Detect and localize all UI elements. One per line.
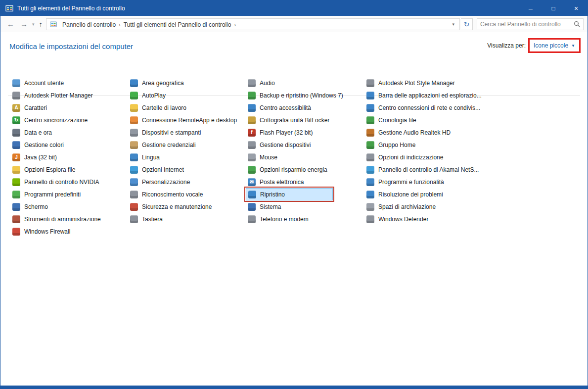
control-panel-item-centro-sincronizzazione[interactable]: ↻Centro sincronizzazione — [10, 114, 103, 126]
control-panel-item-programmi-e-funzionalit[interactable]: Programmi e funzionalità — [364, 176, 484, 188]
view-by-dropdown[interactable]: Icone piccole ▼ — [528, 38, 581, 53]
item-label: Centro sincronizzazione — [24, 117, 88, 124]
breadcrumb-location-icon[interactable] — [49, 20, 57, 28]
control-panel-item-sicurezza-e-manutenzione[interactable]: Sicurezza e manutenzione — [128, 200, 239, 213]
control-panel-item-programmi-predefiniti[interactable]: Programmi predefiniti — [10, 188, 103, 200]
control-panel-item-backup-e-ripristino-windows-7[interactable]: Backup e ripristino (Windows 7) — [246, 89, 345, 101]
control-panel-item-gruppo-home[interactable]: Gruppo Home — [364, 139, 484, 151]
control-panel-item-autoplay[interactable]: AutoPlay — [128, 89, 239, 101]
view-by-group: Visualizza per: Icone piccole ▼ — [487, 38, 581, 53]
control-panel-item-cartelle-di-lavoro[interactable]: Cartelle di lavoro — [128, 101, 239, 114]
search-icon[interactable] — [571, 21, 583, 27]
items-column: Account utenteAutodesk Plotter ManagerAC… — [10, 77, 103, 238]
item-label: Data e ora — [24, 129, 52, 136]
control-panel-item-posta-elettronica[interactable]: ✉Posta elettronica — [246, 176, 345, 188]
control-panel-item-mouse[interactable]: Mouse — [246, 151, 345, 163]
item-label: Programmi predefiniti — [24, 191, 81, 198]
control-panel-item-gestione-colori[interactable]: Gestione colori — [10, 139, 103, 151]
connessione-remoteapp-e-desktop-icon — [130, 116, 138, 124]
forward-button[interactable]: → — [18, 18, 30, 30]
address-bar[interactable]: Pannello di controllo›Tutti gli elementi… — [46, 18, 460, 30]
breadcrumb-separator-icon[interactable]: › — [118, 22, 122, 28]
spazi-di-archiviazione-icon — [366, 203, 374, 211]
control-panel-item-ripristino[interactable]: Ripristino — [246, 188, 333, 200]
control-panel-item-java-32-bit[interactable]: JJava (32 bit) — [10, 151, 103, 163]
control-panel-item-gestione-credenziali[interactable]: Gestione credenziali — [128, 139, 239, 151]
control-panel-item-riconoscimento-vocale[interactable]: Riconoscimento vocale — [128, 188, 239, 200]
control-panel-item-data-e-ora[interactable]: Data e ora — [10, 126, 103, 139]
refresh-button[interactable]: ↻ — [461, 18, 473, 30]
page-title: Modifica le impostazioni del computer — [9, 42, 133, 50]
sistema-icon — [248, 203, 256, 211]
control-panel-item-personalizzazione[interactable]: Personalizzazione — [128, 176, 239, 188]
control-panel-app-icon — [5, 4, 13, 12]
control-panel-item-audio[interactable]: Audio — [246, 77, 345, 89]
gestione-dispositivi-icon — [248, 141, 256, 149]
control-panel-item-caratteri[interactable]: ACaratteri — [10, 101, 103, 114]
items-column: AudioBackup e ripristino (Windows 7)Cent… — [246, 77, 345, 225]
view-by-value[interactable]: Icone piccole — [534, 42, 568, 49]
control-panel-item-barra-delle-applicazioni-ed-esplorazio[interactable]: Barra delle applicazioni ed esplorazio..… — [364, 89, 484, 101]
titlebar: Tutti gli elementi del Pannello di contr… — [0, 0, 588, 16]
maximize-button[interactable]: □ — [542, 0, 565, 16]
control-panel-item-pannello-di-controllo-nvidia[interactable]: Pannello di controllo NVIDIA — [10, 176, 103, 188]
close-button[interactable]: × — [565, 0, 588, 16]
flash-player-32-bit-icon: f — [248, 129, 256, 137]
breadcrumb-item[interactable]: Tutti gli elementi del Pannello di contr… — [122, 21, 233, 28]
control-panel-item-tastiera[interactable]: Tastiera — [128, 213, 239, 225]
minimize-button[interactable]: – — [519, 0, 542, 16]
control-panel-item-strumenti-di-amministrazione[interactable]: Strumenti di amministrazione — [10, 213, 103, 225]
control-panel-item-windows-defender[interactable]: Windows Defender — [364, 213, 484, 225]
item-label: Cartelle di lavoro — [142, 104, 186, 111]
address-dropdown-icon[interactable]: ▾ — [449, 22, 457, 27]
control-panel-item-cronologia-file[interactable]: Cronologia file — [364, 114, 484, 126]
control-panel-item-pannello-di-controllo-di-akamai-nets[interactable]: Pannello di controllo di Akamai NetS... — [364, 163, 484, 176]
breadcrumb-item[interactable]: Pannello di controllo — [60, 21, 118, 28]
control-panel-item-centro-accessibilit[interactable]: Centro accessibilità — [246, 101, 345, 114]
items-column: Area geograficaAutoPlayCartelle di lavor… — [128, 77, 239, 225]
control-panel-item-dispositivi-e-stampanti[interactable]: Dispositivi e stampanti — [128, 126, 239, 139]
mouse-icon — [248, 153, 256, 161]
view-by-caret-icon[interactable]: ▼ — [571, 44, 575, 48]
control-panel-item-schermo[interactable]: Schermo — [10, 200, 103, 213]
breadcrumb-separator-icon[interactable]: › — [233, 22, 237, 28]
centro-accessibilit-icon — [248, 104, 256, 112]
risoluzione-dei-problemi-icon — [366, 191, 374, 198]
pannello-di-controllo-di-akamai-nets-icon — [366, 166, 374, 174]
audio-icon — [248, 79, 256, 87]
control-panel-item-centro-connessioni-di-rete-e-condivis[interactable]: Centro connessioni di rete e condivis... — [364, 101, 484, 114]
control-panel-item-sistema[interactable]: Sistema — [246, 200, 345, 213]
area-geografica-icon — [130, 79, 138, 87]
history-dropdown-icon[interactable]: ▾ — [31, 22, 36, 27]
control-panel-item-opzioni-di-indicizzazione[interactable]: Opzioni di indicizzazione — [364, 151, 484, 163]
control-panel-item-gestione-audio-realtek-hd[interactable]: Gestione Audio Realtek HD — [364, 126, 484, 139]
item-label: Centro accessibilità — [260, 104, 311, 111]
item-label: Autodesk Plotter Manager — [24, 92, 93, 99]
item-label: Connessione RemoteApp e desktop — [142, 117, 237, 124]
control-panel-item-crittografia-unit-bitlocker[interactable]: Crittografia unità BitLocker — [246, 114, 345, 126]
back-button[interactable]: ← — [4, 18, 17, 30]
control-panel-item-flash-player-32-bit[interactable]: fFlash Player (32 bit) — [246, 126, 345, 139]
item-label: Gestione credenziali — [142, 142, 196, 148]
control-panel-item-spazi-di-archiviazione[interactable]: Spazi di archiviazione — [364, 200, 484, 213]
item-label: Opzioni Esplora file — [24, 166, 75, 173]
control-panel-item-autodesk-plotter-manager[interactable]: Autodesk Plotter Manager — [10, 89, 103, 101]
control-panel-item-gestione-dispositivi[interactable]: Gestione dispositivi — [246, 139, 345, 151]
search-input[interactable] — [477, 21, 571, 28]
crittografia-unit-bitlocker-icon — [248, 116, 256, 124]
control-panel-item-connessione-remoteapp-e-desktop[interactable]: Connessione RemoteApp e desktop — [128, 114, 239, 126]
control-panel-item-area-geografica[interactable]: Area geografica — [128, 77, 239, 89]
control-panel-item-opzioni-risparmio-energia[interactable]: Opzioni risparmio energia — [246, 163, 345, 176]
item-label: Opzioni di indicizzazione — [378, 154, 443, 161]
control-panel-item-account-utente[interactable]: Account utente — [10, 77, 103, 89]
control-panel-item-opzioni-internet[interactable]: Opzioni Internet — [128, 163, 239, 176]
control-panel-item-opzioni-esplora-file[interactable]: Opzioni Esplora file — [10, 163, 103, 176]
control-panel-item-windows-firewall[interactable]: Windows Firewall — [10, 225, 103, 238]
control-panel-item-telefono-e-modem[interactable]: Telefono e modem — [246, 213, 345, 225]
item-label: Flash Player (32 bit) — [260, 129, 313, 136]
control-panel-item-lingua[interactable]: Lingua — [128, 151, 239, 163]
control-panel-item-risoluzione-dei-problemi[interactable]: Risoluzione dei problemi — [364, 188, 484, 200]
control-panel-item-autodesk-plot-style-manager[interactable]: Autodesk Plot Style Manager — [364, 77, 484, 89]
up-button[interactable]: ↑ — [37, 18, 45, 30]
item-label: Spazi di archiviazione — [378, 203, 436, 210]
